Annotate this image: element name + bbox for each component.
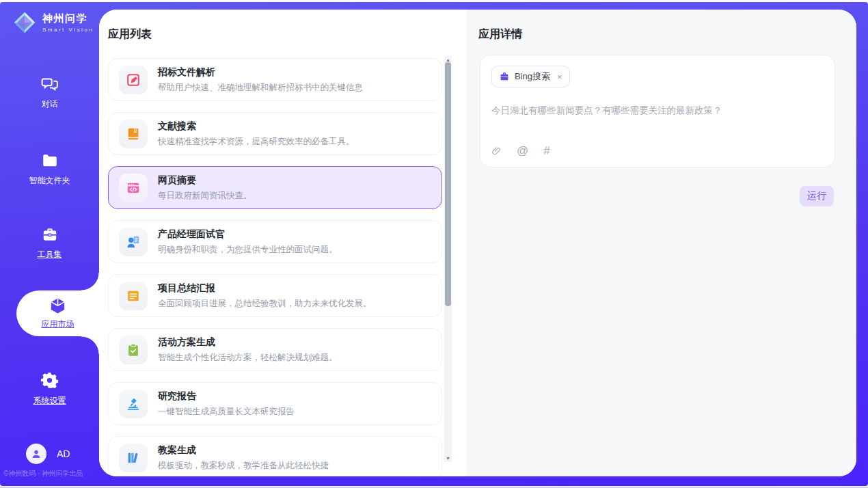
- sidebar-item-label: 工具集: [38, 249, 62, 260]
- app-description: 模板驱动，教案秒成，教学准备从此轻松快捷: [158, 460, 329, 472]
- interviewer-icon: [126, 234, 141, 249]
- app-icon-tile: [119, 228, 148, 256]
- app-list: 招标文件解析 帮助用户快速、准确地理解和解析招标书中的关键信息: [108, 58, 442, 476]
- app-description: 一键智能生成高质量长文本研究报告: [158, 406, 295, 418]
- book-icon: [126, 126, 141, 141]
- app-card-bid-document-parse[interactable]: 招标文件解析 帮助用户快速、准确地理解和解析招标书中的关键信息: [108, 58, 442, 101]
- hash-icon[interactable]: #: [543, 144, 550, 158]
- mention-at-icon[interactable]: @: [517, 144, 528, 158]
- brand-subtitle: Smart Vision: [42, 27, 94, 33]
- run-button[interactable]: 运行: [800, 186, 834, 206]
- books-icon: [126, 450, 141, 465]
- gear-icon: [40, 371, 59, 390]
- tool-tag-label: Bing搜索: [515, 70, 550, 83]
- edit-document-icon: [126, 72, 141, 87]
- app-icon-tile: [119, 282, 148, 310]
- app-title: 研究报告: [158, 390, 295, 403]
- app-icon-tile: [119, 120, 148, 148]
- sidebar-item-label: 对话: [42, 98, 58, 110]
- scrollbar-down-arrow[interactable]: ▼: [444, 455, 452, 462]
- app-description: 每日政府新闻资讯快查。: [158, 190, 252, 202]
- sidebar-item-label: 应用市场: [42, 318, 74, 330]
- toolbox-icon: [41, 226, 59, 243]
- diamond-logo-icon: [12, 10, 37, 35]
- app-description: 快速精准查找学术资源，提高研究效率的必备工具。: [158, 136, 355, 148]
- app-description: 全面回顾项目进展，总结经验教训，助力未来优化发展。: [158, 298, 372, 310]
- app-card-research-report[interactable]: 研究报告 一键智能生成高质量长文本研究报告: [108, 382, 442, 425]
- sidebar-item-smart-folder[interactable]: 智能文件夹: [0, 152, 99, 187]
- app-description: 智能生成个性化活动方案，轻松解决规划难题。: [158, 352, 338, 364]
- paperclip-icon[interactable]: [491, 146, 502, 157]
- app-icon-tile: [119, 66, 148, 94]
- app-title: 活动方案生成: [158, 336, 338, 349]
- app-title: 项目总结汇报: [158, 282, 372, 295]
- app-title: 产品经理面试官: [158, 228, 338, 241]
- app-icon-tile: [119, 444, 148, 472]
- sidebar-item-label: 系统设置: [33, 395, 66, 407]
- app-card-project-summary[interactable]: 项目总结汇报 全面回顾项目进展，总结经验教训，助力未来优化发展。: [108, 274, 442, 317]
- app-list-title: 应用列表: [108, 27, 152, 42]
- folder-icon: [41, 152, 59, 170]
- brand-logo: 神州问学 Smart Vision: [12, 10, 94, 35]
- app-detail-title: 应用详情: [478, 27, 522, 42]
- app-card-lesson-plan[interactable]: 教案生成 模板驱动，教案秒成，教学准备从此轻松快捷: [108, 436, 442, 476]
- sidebar-item-label: 智能文件夹: [29, 175, 70, 187]
- app-card-web-summary[interactable]: 网页摘要 每日政府新闻资讯快查。: [108, 166, 442, 209]
- app-detail-panel: 应用详情 Bing搜索 × 今日湖北有哪些新闻要点？有哪些需要关注的最新政策？: [467, 10, 856, 476]
- prompt-composer[interactable]: Bing搜索 × 今日湖北有哪些新闻要点？有哪些需要关注的最新政策？ @ #: [480, 55, 835, 167]
- person-icon: [30, 448, 42, 460]
- briefcase-icon: [499, 71, 510, 82]
- app-title: 文献搜索: [158, 120, 355, 133]
- app-description: 帮助用户快速、准确地理解和解析招标书中的关键信息: [158, 82, 363, 94]
- clipboard-check-icon: [126, 342, 141, 357]
- microscope-icon: [126, 396, 141, 411]
- app-title: 网页摘要: [158, 174, 252, 187]
- app-title: 教案生成: [158, 444, 329, 457]
- copyright-text: ©神州数码 · 神州问学出品: [3, 469, 99, 478]
- sidebar-item-settings[interactable]: 系统设置: [0, 371, 99, 407]
- scrollbar-thumb[interactable]: [445, 62, 451, 306]
- chat-icon: [41, 75, 59, 93]
- app-card-event-plan[interactable]: 活动方案生成 智能生成个性化活动方案，轻松解决规划难题。: [108, 328, 442, 371]
- user-name: AD: [57, 448, 70, 459]
- sidebar-item-chat[interactable]: 对话: [0, 75, 99, 110]
- note-icon: [126, 288, 141, 303]
- sidebar-item-app-market[interactable]: 应用市场: [16, 290, 99, 336]
- sidebar-item-toolset[interactable]: 工具集: [0, 226, 99, 260]
- brand-name: 神州问学: [42, 12, 94, 25]
- prompt-text[interactable]: 今日湖北有哪些新闻要点？有哪些需要关注的最新政策？: [491, 105, 824, 117]
- app-card-pm-interviewer[interactable]: 产品经理面试官 明确身份和职责，为您提供专业性的面试问题。: [108, 220, 442, 263]
- app-title: 招标文件解析: [158, 66, 363, 79]
- app-card-literature-search[interactable]: 文献搜索 快速精准查找学术资源，提高研究效率的必备工具。: [108, 112, 442, 155]
- tool-tag-bing-search[interactable]: Bing搜索 ×: [491, 66, 570, 87]
- app-list-panel: 应用列表 招标文件解析 帮助用户快速、准确地理解和解析招标书中的关键信息: [99, 10, 467, 476]
- tool-tag-close-icon[interactable]: ×: [557, 72, 562, 82]
- app-icon-tile: [119, 390, 148, 418]
- avatar: [26, 444, 46, 464]
- app-icon-tile: [119, 174, 148, 202]
- browser-code-icon: [126, 180, 141, 195]
- app-icon-tile: [119, 336, 148, 364]
- app-list-scrollbar[interactable]: ▲ ▼: [444, 56, 452, 462]
- user-account[interactable]: AD: [26, 444, 70, 464]
- content-area: 应用列表 招标文件解析 帮助用户快速、准确地理解和解析招标书中的关键信息: [99, 10, 856, 476]
- composer-toolbar: @ #: [491, 144, 824, 158]
- app-description: 明确身份和职责，为您提供专业性的面试问题。: [158, 244, 338, 256]
- app-window: 神州问学 Smart Vision 对话 智能文件夹 工具集 应用市场: [0, 2, 868, 486]
- cube-icon: [49, 297, 67, 315]
